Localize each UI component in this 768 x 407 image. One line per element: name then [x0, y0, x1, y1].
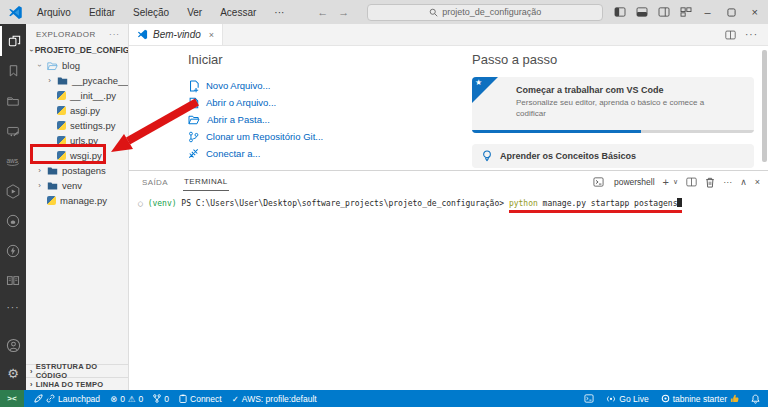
- tree-item-postagens[interactable]: › postagens: [26, 163, 128, 178]
- search-icon: [429, 8, 438, 17]
- editor-more-icon[interactable]: ···: [745, 29, 758, 40]
- fork-count-item[interactable]: 0: [153, 394, 169, 404]
- python-file-icon: [47, 196, 56, 205]
- file-icon: [188, 97, 199, 109]
- notifications-bell-icon[interactable]: [751, 394, 760, 404]
- tab-terminal[interactable]: TERMINAL: [183, 173, 229, 191]
- split-editor-icon[interactable]: [725, 30, 736, 40]
- book-icon[interactable]: [0, 266, 26, 296]
- maximize-button[interactable]: [727, 8, 736, 17]
- tab-saida[interactable]: SAÍDA: [141, 174, 169, 191]
- editor-scrollbar[interactable]: [762, 50, 767, 162]
- screen-edit-icon[interactable]: [0, 116, 26, 146]
- python-file-icon: [57, 91, 66, 100]
- github-icon[interactable]: [0, 206, 26, 236]
- svg-text:aws: aws: [6, 157, 18, 164]
- check-icon: ✓: [232, 394, 239, 404]
- connect-item[interactable]: Connect: [179, 394, 222, 404]
- lightbulb-icon: [482, 150, 492, 162]
- folder-icon[interactable]: [0, 86, 26, 116]
- tab-bem-vindo[interactable]: Bem-vindo ×: [129, 24, 223, 45]
- toggle-panel-icon[interactable]: [636, 7, 648, 17]
- folder-open-icon: [188, 115, 200, 125]
- aws-icon[interactable]: aws: [0, 146, 26, 176]
- menu-editar[interactable]: Editar: [82, 5, 122, 20]
- tab-close-icon[interactable]: ×: [209, 30, 214, 40]
- tree-item-venv[interactable]: › venv: [26, 178, 128, 193]
- menu-acessar[interactable]: Acessar: [213, 5, 263, 20]
- command-center-search[interactable]: projeto_de_configuração: [367, 4, 603, 21]
- toggle-sidebar-icon[interactable]: [614, 7, 626, 17]
- link-abrir-pasta[interactable]: Abrir a Pasta...: [188, 111, 400, 128]
- thumbs-up-icon: [730, 394, 739, 403]
- problems-item[interactable]: ⊗ 0 ⚠ 0: [110, 394, 143, 404]
- link-abrir-arquivo[interactable]: Abrir o Arquivo...: [188, 94, 400, 111]
- new-terminal-icon[interactable]: +: [663, 176, 669, 188]
- step-card-vscode[interactable]: ★ Começar a trabalhar com VS Code Person…: [472, 77, 754, 133]
- progress-bar: [472, 130, 754, 133]
- command-decoration: ○: [138, 199, 148, 208]
- settings-gear-icon[interactable]: ⚙: [7, 360, 19, 386]
- close-panel-icon[interactable]: ×: [755, 177, 760, 187]
- errors-icon: ⊗: [110, 394, 117, 404]
- tree-root-project[interactable]: › PROJETO_DE_CONFIGURA...: [26, 43, 128, 58]
- tree-item-blog[interactable]: › blog: [26, 58, 128, 73]
- section-estrutura-do-codigo[interactable]: › ESTRUTURA DO CÓDIGO: [26, 364, 128, 377]
- git-branch-icon: [188, 131, 199, 143]
- remote-connect-icon: [188, 148, 199, 159]
- link-conectar-a[interactable]: Conectar a...: [188, 145, 400, 162]
- trash-icon[interactable]: [705, 177, 715, 188]
- customize-layout-icon[interactable]: [680, 7, 692, 17]
- explorer-more-icon[interactable]: ···: [109, 30, 120, 39]
- nav-back-icon[interactable]: ←: [317, 6, 328, 18]
- explorer-sidebar: EXPLORADOR ··· › PROJETO_DE_CONFIGURA...…: [26, 24, 129, 390]
- chevron-right-icon: ›: [30, 367, 33, 376]
- folder-icon: [47, 166, 58, 176]
- link-icon: [46, 394, 55, 403]
- nav-forward-icon[interactable]: →: [338, 6, 349, 18]
- maximize-panel-icon[interactable]: ∧: [740, 177, 747, 187]
- explorer-icon[interactable]: [0, 26, 26, 56]
- split-terminal-icon[interactable]: [686, 177, 697, 187]
- terminal-status-item[interactable]: [584, 394, 594, 403]
- bookmark-icon[interactable]: [0, 56, 26, 86]
- account-icon[interactable]: [0, 330, 26, 360]
- status-bar: >< Launchpad ⊗ 0 ⚠ 0 0 Connect ✓ AWS: pr…: [0, 390, 768, 407]
- tree-item-manage-py[interactable]: manage.py: [26, 193, 128, 208]
- chevron-down-icon: ›: [35, 62, 44, 69]
- annotation-red-box: [30, 144, 106, 164]
- menubar: Arquivo Editar Seleção Ver Acessar ···: [30, 5, 291, 20]
- tree-item-pycache[interactable]: › __pycache__: [26, 73, 128, 88]
- welcome-page: Iniciar Novo Arquivo... Abrir o Arquivo.…: [129, 46, 768, 170]
- link-clonar-repositorio[interactable]: Clonar um Repositório Git...: [188, 128, 400, 145]
- warnings-icon: ⚠: [128, 394, 136, 404]
- go-live-item[interactable]: Go Live: [606, 394, 648, 404]
- toggle-secondary-sidebar-icon[interactable]: [658, 7, 670, 17]
- menu-selecao[interactable]: Seleção: [126, 5, 176, 20]
- tree-item-settings-py[interactable]: settings.py: [26, 118, 128, 133]
- launchpad-item[interactable]: Launchpad: [34, 394, 100, 404]
- remote-indicator[interactable]: ><: [0, 390, 24, 407]
- hexagon-play-icon[interactable]: [0, 176, 26, 206]
- terminal-more-icon[interactable]: ···: [723, 177, 732, 187]
- menu-ver[interactable]: Ver: [180, 5, 209, 20]
- tree-item-asgi-py[interactable]: asgi.py: [26, 103, 128, 118]
- more-icon[interactable]: ···: [7, 296, 20, 318]
- broadcast-icon: [606, 394, 616, 403]
- activity-bar: aws ··· ⚙: [0, 24, 26, 390]
- menu-more[interactable]: ···: [267, 5, 291, 20]
- tabnine-item[interactable]: tabnine starter: [661, 394, 739, 404]
- close-button[interactable]: ×: [752, 6, 758, 18]
- aws-profile-item[interactable]: ✓ AWS: profile:default: [232, 394, 317, 404]
- thunder-client-icon[interactable]: [0, 236, 26, 266]
- tree-item-init-py[interactable]: __init__.py: [26, 88, 128, 103]
- menu-arquivo[interactable]: Arquivo: [30, 5, 78, 20]
- link-novo-arquivo[interactable]: Novo Arquivo...: [188, 77, 400, 94]
- terminal-body[interactable]: ○ (venv) PS C:\Users\User\Desktop\softwa…: [129, 193, 768, 390]
- step-card-conceitos[interactable]: Aprender os Conceitos Básicos: [472, 144, 754, 168]
- shell-name[interactable]: powershell: [614, 177, 655, 187]
- terminal-dropdown-icon[interactable]: ∨: [673, 178, 678, 186]
- folder-icon: [57, 76, 68, 86]
- terminal-command-line: ○ (venv) PS C:\Users\User\Desktop\softwa…: [138, 198, 768, 208]
- minimize-button[interactable]: –: [704, 6, 710, 18]
